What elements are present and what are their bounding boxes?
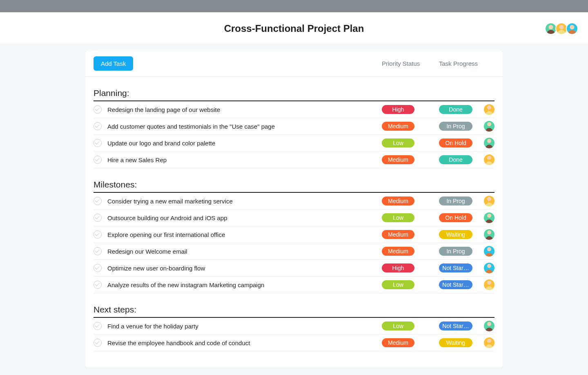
task-title[interactable]: Outsource building our Android and iOS a… (107, 214, 382, 221)
check-icon[interactable] (94, 156, 102, 164)
progress-pill[interactable]: Done (439, 155, 472, 164)
avatar[interactable] (555, 22, 568, 35)
assignee-avatar[interactable] (484, 321, 494, 331)
task-row[interactable]: Update our logo and brand color paletteL… (94, 135, 494, 152)
task-title[interactable]: Explore opening our first international … (107, 231, 382, 238)
progress-pill[interactable]: Not Star… (439, 280, 472, 289)
section-title[interactable]: Next steps: (94, 305, 494, 318)
task-row[interactable]: Optimize new user on-boarding flowHighNo… (94, 260, 494, 277)
check-icon[interactable] (94, 139, 102, 147)
priority-pill[interactable]: Low (382, 138, 414, 147)
task-title[interactable]: Update our logo and brand color palette (107, 140, 382, 147)
assignee-avatar[interactable] (484, 212, 494, 223)
task-row[interactable]: Redesign our Welcome emailMediumIn Prog (94, 243, 494, 260)
section: Next steps:Find a venue for the holiday … (85, 305, 503, 351)
task-title[interactable]: Analyze results of the new instagram Mar… (107, 281, 382, 288)
check-icon[interactable] (94, 197, 102, 205)
task-row[interactable]: Analyze results of the new instagram Mar… (94, 277, 494, 293)
task-title[interactable]: Add customer quotes and testimonials in … (107, 123, 382, 130)
progress-pill[interactable]: Not Star… (439, 321, 472, 330)
priority-pill[interactable]: Medium (382, 122, 414, 131)
col-header-priority[interactable]: Priority Status (382, 60, 439, 67)
check-icon[interactable] (94, 105, 102, 114)
assignee-avatar[interactable] (484, 229, 494, 240)
priority-pill[interactable]: Low (382, 321, 414, 330)
progress-pill[interactable]: In Prog (439, 247, 472, 256)
task-row[interactable]: Explore opening our first international … (94, 226, 494, 243)
page-title: Cross-Functional Project Plan (224, 23, 364, 34)
task-title[interactable]: Redesign our Welcome email (107, 248, 382, 255)
assignee-avatar[interactable] (484, 154, 494, 165)
progress-pill[interactable]: In Prog (439, 196, 472, 205)
task-row[interactable]: Find a venue for the holiday partyLowNot… (94, 318, 494, 335)
check-icon[interactable] (94, 264, 102, 272)
assignee-avatar[interactable] (484, 263, 494, 273)
progress-pill[interactable]: On Hold (439, 213, 472, 222)
task-row[interactable]: Hire a new Sales RepMediumDone (94, 152, 494, 168)
toolbar: Add Task Priority Status Task Progress (85, 51, 503, 77)
section: Planning:Redesign the landing page of ou… (85, 88, 503, 168)
header-avatars (546, 22, 578, 35)
assignee-avatar[interactable] (484, 196, 494, 206)
avatar[interactable] (545, 22, 557, 35)
priority-pill[interactable]: High (382, 105, 414, 114)
page-header: Cross-Functional Project Plan (0, 12, 588, 45)
priority-pill[interactable]: Medium (382, 196, 414, 205)
window-top-bar (0, 0, 588, 12)
section-title[interactable]: Milestones: (94, 180, 494, 193)
priority-pill[interactable]: Medium (382, 338, 414, 347)
task-row[interactable]: Revise the employee handbook and code of… (94, 335, 494, 351)
priority-pill[interactable]: Medium (382, 247, 414, 256)
priority-pill[interactable]: Medium (382, 230, 414, 239)
check-icon[interactable] (94, 339, 102, 347)
task-title[interactable]: Optimize new user on-boarding flow (107, 265, 382, 272)
progress-pill[interactable]: Waiting (439, 338, 472, 347)
assignee-avatar[interactable] (484, 279, 494, 290)
add-task-button[interactable]: Add Task (94, 56, 133, 71)
task-row[interactable]: Redesign the landing page of our website… (94, 101, 494, 118)
progress-pill[interactable]: Waiting (439, 230, 472, 239)
progress-pill[interactable]: On Hold (439, 138, 472, 147)
progress-pill[interactable]: Done (439, 105, 472, 114)
task-title[interactable]: Hire a new Sales Rep (107, 156, 382, 163)
priority-pill[interactable]: Low (382, 280, 414, 289)
task-row[interactable]: Add customer quotes and testimonials in … (94, 118, 494, 135)
check-icon[interactable] (94, 281, 102, 289)
task-title[interactable]: Redesign the landing page of our website (107, 106, 382, 113)
content-wrap: Add Task Priority Status Task Progress P… (0, 45, 588, 368)
check-icon[interactable] (94, 230, 102, 239)
assignee-avatar[interactable] (484, 104, 494, 115)
check-icon[interactable] (94, 122, 102, 130)
check-icon[interactable] (94, 214, 102, 222)
project-card: Add Task Priority Status Task Progress P… (85, 51, 503, 368)
assignee-avatar[interactable] (484, 138, 494, 148)
progress-pill[interactable]: Not Star… (439, 263, 472, 272)
priority-pill[interactable]: Low (382, 213, 414, 222)
column-headers: Priority Status Task Progress (382, 60, 494, 67)
priority-pill[interactable]: High (382, 263, 414, 272)
task-title[interactable]: Find a venue for the holiday party (107, 323, 382, 330)
assignee-avatar[interactable] (484, 337, 494, 348)
col-header-progress[interactable]: Task Progress (439, 60, 494, 67)
task-title[interactable]: Revise the employee handbook and code of… (107, 339, 382, 346)
assignee-avatar[interactable] (484, 121, 494, 132)
task-title[interactable]: Consider trying a new email marketing se… (107, 198, 382, 205)
section: Milestones:Consider trying a new email m… (85, 180, 503, 293)
task-row[interactable]: Consider trying a new email marketing se… (94, 193, 494, 210)
sections-container: Planning:Redesign the landing page of ou… (85, 88, 503, 351)
check-icon[interactable] (94, 247, 102, 255)
priority-pill[interactable]: Medium (382, 155, 414, 164)
check-icon[interactable] (94, 322, 102, 330)
section-title[interactable]: Planning: (94, 88, 494, 101)
progress-pill[interactable]: In Prog (439, 122, 472, 131)
task-row[interactable]: Outsource building our Android and iOS a… (94, 210, 494, 226)
avatar[interactable] (566, 22, 578, 35)
assignee-avatar[interactable] (484, 246, 494, 257)
